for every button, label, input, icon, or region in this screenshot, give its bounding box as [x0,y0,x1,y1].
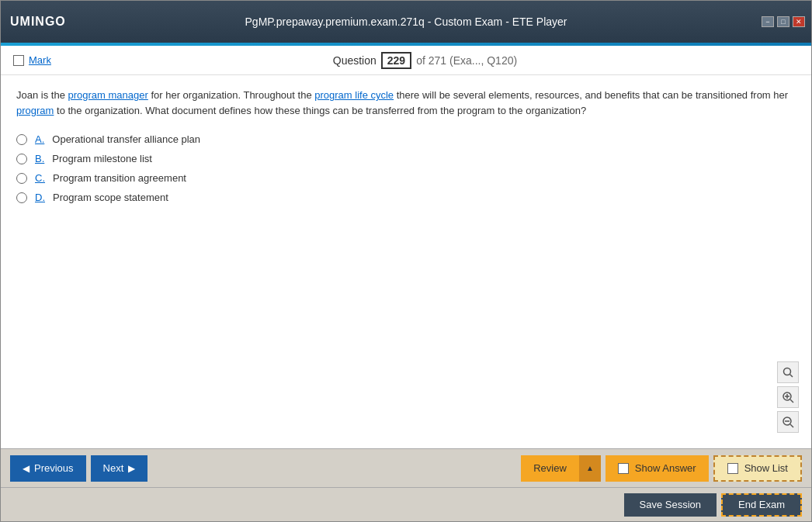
svg-line-8 [790,424,793,427]
show-list-label: Show List [744,462,788,474]
show-answer-checkbox [618,463,629,474]
review-label: Review [533,462,567,474]
show-answer-button[interactable]: Show Answer [606,455,709,482]
answer-item-b: B. Program milestone list [16,153,796,164]
window-title: PgMP.prepaway.premium.exam.271q - Custom… [245,16,567,28]
answer-item-c: C. Program transition agreement [16,172,796,184]
end-exam-button[interactable]: End Exam [721,493,802,517]
svg-point-1 [784,368,791,375]
svg-line-2 [790,375,793,378]
next-arrow-icon: ▶ [128,463,135,474]
answer-item-a: A. Operational transfer alliance plan [16,133,796,145]
svg-line-4 [790,399,793,403]
mark-container: Mark [13,54,51,66]
answer-radio-a[interactable] [16,134,27,145]
previous-label: Previous [34,462,74,474]
review-main: Review [521,455,579,482]
prev-arrow-icon: ◀ [23,463,29,474]
answer-item-d: D. Program scope statement [16,192,796,203]
answer-text-a: Operational transfer alliance plan [52,133,200,145]
question-label: Question [333,54,377,67]
question-text: Joan is the program manager for her orga… [16,88,796,118]
question-number: 229 [381,52,411,69]
next-button[interactable]: Next ▶ [91,455,148,482]
logo-text: UMINGO [10,15,66,29]
logo: UMINGO [7,8,61,36]
show-answer-label: Show Answer [635,462,696,474]
answer-label-c: C. [35,172,45,184]
zoom-out-icon [782,416,794,428]
title-bar: UMINGO PgMP.prepaway.premium.exam.271q -… [1,1,811,43]
zoom-out-button[interactable] [777,411,799,433]
answers-list: A. Operational transfer alliance plan B.… [16,133,796,203]
search-icon [783,367,793,378]
mark-checkbox[interactable] [13,55,24,66]
title-bar-left: UMINGO [7,8,61,36]
zoom-in-button[interactable] [777,386,799,408]
review-dropdown-icon[interactable]: ▲ [579,455,601,482]
bottom-nav: ◀ Previous Next ▶ Review ▲ Show Answer S… [1,448,811,487]
zoom-in-icon [782,391,794,403]
maximize-button[interactable]: □ [777,16,789,27]
search-tool-button[interactable] [777,361,799,383]
answer-label-a: A. [35,133,44,145]
toolbar: Mark Question 229 of 271 (Exa..., Q120) [1,46,811,75]
answer-label-d: D. [35,192,45,203]
minimize-button[interactable]: − [762,16,774,27]
show-list-button[interactable]: Show List [713,455,802,482]
answer-text-b: Program milestone list [52,153,152,164]
save-session-label: Save Session [640,499,702,510]
close-button[interactable]: ✕ [793,16,805,27]
question-info: Question 229 of 271 (Exa..., Q120) [333,52,517,69]
answer-radio-c[interactable] [16,173,27,184]
save-session-button[interactable]: Save Session [624,493,717,517]
answer-radio-b[interactable] [16,154,27,164]
end-exam-label: End Exam [738,499,785,510]
show-list-checkbox [727,463,738,474]
question-of: of 271 (Exa..., Q120) [416,54,517,67]
question-highlight-3: program [16,105,54,116]
question-highlight-2: program life cycle [314,89,394,101]
main-content: Joan is the program manager for her orga… [1,75,811,448]
bottom-action-bar: Save Session End Exam [1,487,811,521]
review-button[interactable]: Review ▲ [521,455,601,482]
answer-label-b: B. [35,153,44,164]
question-highlight-1: program manager [68,89,148,101]
sidebar-tools [777,361,799,433]
window-controls: − □ ✕ [762,16,805,27]
mark-link[interactable]: Mark [29,54,51,66]
answer-radio-d[interactable] [16,192,27,203]
next-label: Next [103,462,124,474]
answer-text-c: Program transition agreement [53,172,186,184]
answer-text-d: Program scope statement [53,192,168,203]
previous-button[interactable]: ◀ Previous [10,455,86,482]
